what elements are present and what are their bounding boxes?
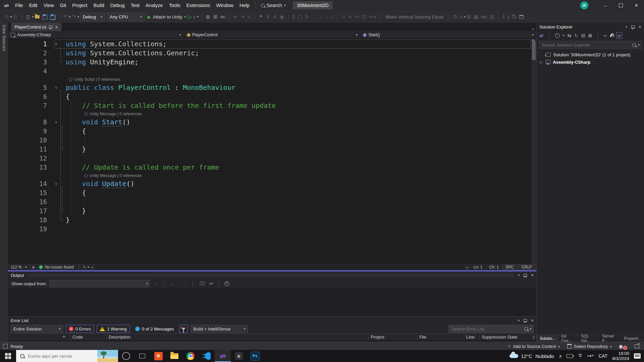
breakpoint-icon[interactable]: ◉ <box>278 14 285 20</box>
close-button[interactable]: × <box>629 0 644 11</box>
scroll-right-icon[interactable]: ▸ <box>465 265 470 269</box>
switch-views-icon[interactable]: ⇄ <box>539 33 543 38</box>
window-position-icon[interactable]: ▾ <box>518 319 520 322</box>
output-header[interactable]: Output ▾ × <box>8 272 536 279</box>
line-ending-indicator[interactable]: CRLF <box>518 264 535 270</box>
weather-widget[interactable]: 12°C Nublado <box>509 353 554 359</box>
send-feedback-icon[interactable] <box>635 344 639 348</box>
bring-to-front-icon[interactable]: ⧉ <box>452 14 458 20</box>
taskbar-app-visual-studio[interactable]: ∞ <box>215 350 231 362</box>
redo-icon[interactable]: ↷ <box>70 14 77 20</box>
source-select[interactable]: Build + IntelliSense ▾ <box>191 325 248 333</box>
menu-item-extensions[interactable]: Extensions <box>183 3 213 8</box>
code-line-13[interactable]: 13 // Update is called once per frame <box>8 163 536 172</box>
project-dropdown[interactable]: Assembly-CSharp ▾ <box>8 31 184 39</box>
align-center-icon[interactable]: ≍ <box>346 14 354 20</box>
clear-all-icon[interactable]: ⌧ <box>198 281 207 287</box>
codelens-row[interactable]: Unity Script | 0 references <box>8 76 536 83</box>
menu-item-window[interactable]: Window <box>213 3 236 8</box>
menu-item-analyze[interactable]: Analyze <box>143 3 166 8</box>
zoom-select[interactable]: 112 % ▾ <box>8 264 30 270</box>
type-dropdown[interactable]: PlayerControl ▾ <box>184 31 361 39</box>
output-content[interactable] <box>8 288 536 316</box>
data-sources-side-tab[interactable]: Data Sources <box>0 23 8 342</box>
indent-decrease-icon[interactable]: ⇤ <box>232 14 239 20</box>
solution-explorer-header[interactable]: Solution Explorer ▾ × <box>537 23 644 31</box>
start-without-debugging-icon[interactable]: ▷ <box>188 14 192 20</box>
error-list-search-input[interactable] <box>451 326 522 332</box>
horizontal-scrollbar[interactable] <box>96 264 464 270</box>
column-suppression-state[interactable]: Suppression State <box>480 334 531 340</box>
navigate-forward-icon[interactable]: ⊙ <box>12 14 19 20</box>
open-folder-icon[interactable] <box>35 15 40 18</box>
properties-icon[interactable] <box>610 34 613 38</box>
column-code[interactable]: Code <box>70 334 107 340</box>
search-menu[interactable]: Search ▾ <box>258 3 288 8</box>
tab-sql-server[interactable]: SQL Ser... <box>578 335 599 342</box>
pin-icon[interactable] <box>524 319 527 322</box>
search-highlight-image[interactable] <box>97 350 118 362</box>
menu-item-debug[interactable]: Debug <box>107 3 128 8</box>
next-message-icon[interactable]: → <box>179 281 187 287</box>
solution-platforms-icon[interactable]: ⊞ <box>212 14 219 20</box>
comment-icon[interactable]: ≡ <box>246 14 252 20</box>
taskbar-app-file-explorer[interactable] <box>166 350 182 362</box>
export-icon[interactable]: ⎋ <box>511 14 518 20</box>
column-project[interactable]: Project <box>369 334 417 340</box>
code-line-3[interactable]: 3using UnityEngine; <box>8 58 536 67</box>
bookmark-prev-icon[interactable]: ⇞ <box>265 14 272 20</box>
battery-icon[interactable] <box>567 354 573 358</box>
undo-icon[interactable]: ↶ <box>62 14 69 20</box>
step-over-icon[interactable]: → <box>316 14 324 20</box>
close-icon[interactable]: × <box>639 24 641 29</box>
hot-reload-icon[interactable]: ♦ <box>192 14 197 20</box>
column-scroll-spinner[interactable]: ▲▼ <box>531 334 536 340</box>
filter-button[interactable] <box>179 325 188 333</box>
taskbar-app-photoshop[interactable]: Ps <box>247 350 263 362</box>
close-icon[interactable]: × <box>531 273 534 278</box>
code-line-7[interactable]: 7 // Start is called before the first fr… <box>8 101 536 110</box>
menu-item-view[interactable]: View <box>41 3 57 8</box>
pending-changes-filter-icon[interactable] <box>555 33 560 38</box>
find-message-icon[interactable]: ↓ <box>153 281 158 287</box>
chevron-down-icon[interactable]: ▾ <box>563 34 565 37</box>
code-line-19[interactable]: 19 <box>8 225 536 234</box>
code-line-10[interactable]: 10 <box>8 136 536 145</box>
step-out-icon[interactable]: ↑ <box>329 14 335 20</box>
warnings-filter-button[interactable]: 1 Warning <box>97 325 130 333</box>
close-icon[interactable]: × <box>55 25 58 29</box>
menu-item-edit[interactable]: Edit <box>26 3 41 8</box>
tray-overflow-chevron-icon[interactable]: ∧ <box>559 354 562 359</box>
menu-item-git[interactable]: Git <box>57 3 69 8</box>
chevron-down-icon[interactable]: ▾ <box>77 15 79 18</box>
vertical-scrollbar[interactable] <box>531 39 536 264</box>
menu-item-build[interactable]: Build <box>90 3 107 8</box>
code-line-11[interactable]: 11 } <box>8 145 536 154</box>
code-cleanup-icon[interactable]: ✎ <box>82 265 88 269</box>
tab-playercontrol[interactable]: PlayerControl.cs × <box>11 23 61 31</box>
space-indent-indicator[interactable]: SPC <box>502 264 517 270</box>
sql-icon[interactable]: SQL <box>480 15 488 18</box>
code-editor[interactable]: 1∨using System.Collections;2using System… <box>8 39 536 264</box>
row-spacing-icon[interactable]: ⫵ <box>506 14 511 20</box>
menu-item-test[interactable]: Test <box>127 3 143 8</box>
add-to-source-control-button[interactable]: ↥ Add to Source Control ▴ <box>508 344 560 349</box>
menu-item-file[interactable]: File <box>12 3 26 8</box>
close-icon[interactable]: × <box>531 318 534 323</box>
intellicode-icon[interactable]: ◈ <box>30 265 37 269</box>
maximize-button[interactable] <box>613 0 629 11</box>
notifications-button[interactable]: 1 <box>619 343 627 350</box>
pin-icon[interactable] <box>524 274 527 277</box>
save-all-icon[interactable] <box>50 14 55 19</box>
find-in-files-icon[interactable]: 🗏 <box>204 14 212 20</box>
expand-arrow-icon[interactable]: ▷ <box>540 60 543 64</box>
code-line-9[interactable]: 9 { <box>8 127 536 136</box>
code-line-8[interactable]: 8∨ void Start() <box>8 118 536 127</box>
volume-muted-icon[interactable] <box>588 354 594 358</box>
tab-properties[interactable]: Properti... <box>621 335 644 342</box>
start-button[interactable] <box>0 350 16 362</box>
codelens-row[interactable]: Unity Message | 0 references <box>8 110 536 118</box>
select-repository-button[interactable]: Select Repository ▴ <box>567 344 612 349</box>
keyboard-language[interactable]: CAT <box>598 353 607 359</box>
window-position-icon[interactable]: ▾ <box>518 274 520 277</box>
